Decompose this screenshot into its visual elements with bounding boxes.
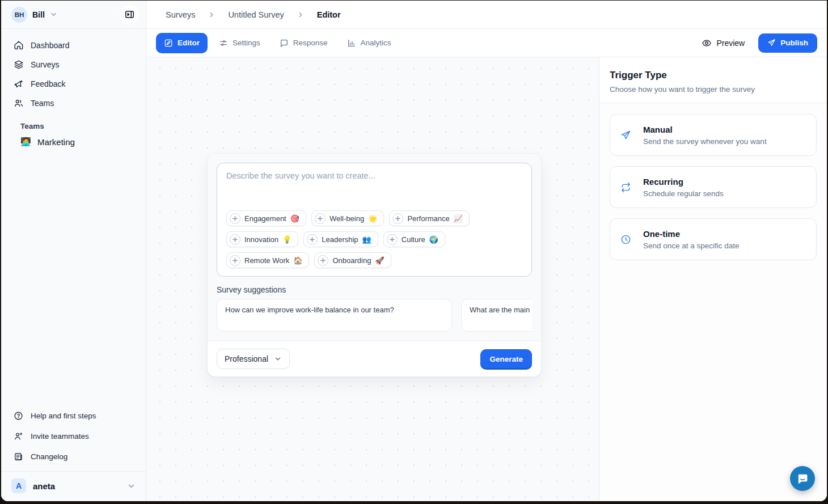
tab-settings[interactable]: Settings	[211, 33, 268, 53]
tab-label: Response	[293, 39, 328, 47]
trigger-option-description: Schedule regular sends	[643, 189, 724, 198]
bulb-emoji-icon: 💡	[282, 235, 292, 244]
house-emoji-icon: 🏠	[293, 256, 302, 265]
generate-button[interactable]: Generate	[480, 349, 532, 369]
tab-analytics[interactable]: Analytics	[339, 33, 399, 53]
tone-select[interactable]: Professional	[217, 349, 290, 369]
help-icon	[14, 411, 23, 421]
trigger-option-manual[interactable]: Manual Send the survey whenever you want	[610, 114, 817, 156]
suggestion-card[interactable]: How can we improve work-life balance in …	[217, 299, 452, 332]
sidebar-nav: Dashboard Surveys Feedback Teams Teams 🧑…	[1, 29, 146, 151]
users-icon	[14, 98, 24, 108]
survey-composer-card: Engagement 🎯 Well-being 🌟	[207, 153, 542, 377]
window-frame: BH Bill Dashboard Surveys Feedback T	[0, 0, 828, 504]
chip-performance[interactable]: Performance 📈	[389, 210, 470, 226]
chevron-down-icon	[127, 482, 136, 490]
plus-icon	[230, 213, 240, 224]
workspace-avatar: BH	[11, 7, 27, 23]
breadcrumb-surveys[interactable]: Surveys	[166, 10, 195, 19]
sidebar-footer: Help and first steps Invite teammates Ch…	[1, 401, 146, 467]
sidebar-item-dashboard[interactable]: Dashboard	[8, 36, 139, 55]
chip-onboarding[interactable]: Onboarding 🚀	[314, 252, 391, 268]
breadcrumb-editor: Editor	[317, 10, 341, 19]
team-item-label: Marketing	[37, 137, 75, 147]
plus-icon	[392, 213, 403, 224]
composer-footer: Professional Generate	[208, 341, 541, 376]
chip-innovation[interactable]: Innovation 💡	[226, 231, 298, 247]
editor-content: Engagement 🎯 Well-being 🌟	[146, 57, 827, 501]
suggestion-card[interactable]: What are the main ob	[461, 299, 532, 332]
breadcrumb: Surveys Untitled Survey Editor	[146, 1, 827, 29]
sidebar-item-help[interactable]: Help and first steps	[8, 405, 139, 426]
chip-label: Culture	[402, 235, 425, 244]
chip-label: Engagement	[244, 214, 286, 223]
home-icon	[14, 40, 24, 50]
sidebar-item-feedback[interactable]: Feedback	[8, 74, 139, 94]
chip-label: Remote Work	[244, 256, 289, 265]
app-window: BH Bill Dashboard Surveys Feedback T	[1, 1, 827, 501]
chevron-down-icon	[274, 355, 282, 363]
trigger-option-recurring[interactable]: Recurring Schedule regular sends	[610, 166, 817, 208]
chip-well-being[interactable]: Well-being 🌟	[311, 210, 384, 226]
preview-button[interactable]: Preview	[697, 38, 749, 48]
edit-icon	[164, 39, 173, 48]
user-menu[interactable]: A aneta	[1, 471, 146, 501]
chevron-right-icon	[297, 11, 305, 19]
tab-response[interactable]: Response	[272, 33, 336, 53]
suggestions-row: How can we improve work-life balance in …	[217, 299, 532, 332]
plus-icon	[387, 234, 398, 245]
sidebar-item-surveys[interactable]: Surveys	[8, 55, 139, 74]
tab-editor[interactable]: Editor	[156, 33, 208, 53]
chip-engagement[interactable]: Engagement 🎯	[226, 210, 306, 226]
trigger-option-one-time[interactable]: One-time Send once at a specific date	[610, 218, 817, 260]
footer-item-label: Invite teammates	[31, 432, 89, 441]
chevron-right-icon	[208, 11, 216, 19]
topic-chips: Engagement 🎯 Well-being 🌟	[226, 210, 522, 268]
plus-icon	[230, 234, 240, 245]
people-emoji-icon: 👥	[362, 235, 371, 244]
tab-label: Editor	[178, 39, 200, 47]
plus-icon	[307, 234, 318, 245]
sidebar-item-changelog[interactable]: Changelog	[8, 446, 139, 467]
trigger-panel-title: Trigger Type	[610, 70, 817, 81]
trigger-options: Manual Send the survey whenever you want…	[599, 103, 827, 271]
sidebar-item-invite[interactable]: Invite teammates	[8, 426, 139, 446]
layers-icon	[14, 60, 24, 70]
trigger-panel-header: Trigger Type Choose how you want to trig…	[599, 57, 827, 103]
changelog-icon	[14, 452, 23, 461]
plus-icon	[315, 213, 326, 224]
chip-remote-work[interactable]: Remote Work 🏠	[226, 252, 309, 268]
bar-chart-icon	[347, 39, 356, 48]
technologist-emoji-icon: 🧑‍💻	[20, 137, 31, 147]
plus-icon	[230, 255, 240, 266]
trigger-option-description: Send once at a specific date	[643, 242, 740, 250]
sidebar-item-label: Feedback	[31, 79, 65, 88]
survey-description-input[interactable]	[226, 171, 522, 206]
workspace-switcher[interactable]: BH Bill	[1, 1, 146, 29]
sidebar-item-team-marketing[interactable]: 🧑‍💻 Marketing	[15, 133, 132, 151]
workspace-name: Bill	[32, 10, 45, 19]
globe-emoji-icon: 🌍	[429, 235, 438, 244]
chat-launcher-button[interactable]	[790, 466, 815, 491]
publish-label: Publish	[780, 39, 808, 47]
sidebar-item-teams[interactable]: Teams	[8, 94, 139, 113]
tab-label: Settings	[233, 39, 260, 47]
dart-emoji-icon: 🎯	[290, 214, 299, 223]
publish-button[interactable]: Publish	[758, 33, 817, 53]
chip-label: Onboarding	[332, 256, 371, 265]
user-name: aneta	[33, 481, 55, 491]
footer-item-label: Changelog	[31, 452, 67, 461]
chat-icon	[280, 39, 289, 48]
chip-culture[interactable]: Culture 🌍	[383, 231, 445, 247]
repeat-icon	[620, 182, 631, 193]
footer-item-label: Help and first steps	[31, 412, 96, 420]
chip-leadership[interactable]: Leadership 👥	[303, 231, 378, 247]
sliders-icon	[219, 39, 228, 48]
breadcrumb-untitled-survey[interactable]: Untitled Survey	[228, 10, 284, 19]
trigger-panel-subtitle: Choose how you want to trigger the surve…	[610, 85, 817, 94]
trigger-option-title: One-time	[643, 229, 740, 239]
trigger-option-description: Send the survey whenever you want	[643, 137, 767, 146]
editor-canvas[interactable]: Engagement 🎯 Well-being 🌟	[146, 57, 599, 501]
sidebar-collapse-button[interactable]	[120, 5, 139, 24]
main-area: Surveys Untitled Survey Editor Editor Se…	[146, 1, 827, 501]
